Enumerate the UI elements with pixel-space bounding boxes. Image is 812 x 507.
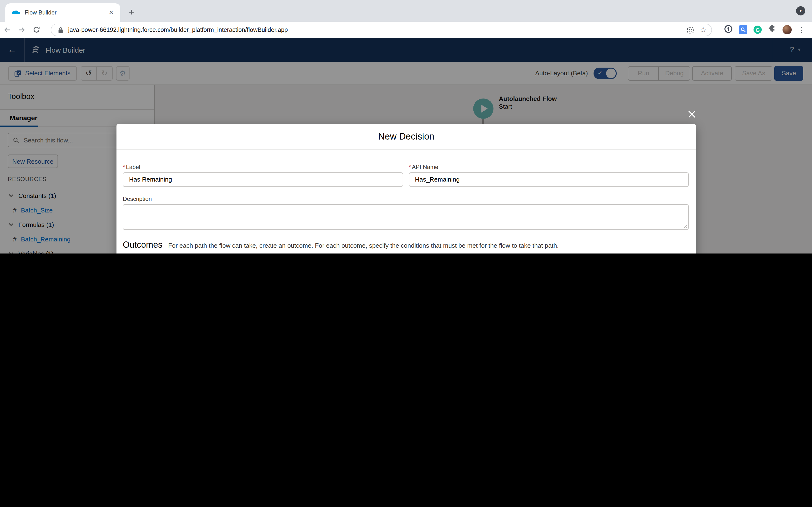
address-bar[interactable]: java-power-66192.lightning.force.com/bui… <box>51 24 712 36</box>
browser-address-row: java-power-66192.lightning.force.com/bui… <box>0 22 812 38</box>
back-icon[interactable] <box>0 26 14 34</box>
profile-avatar[interactable] <box>782 25 792 34</box>
browser-tab[interactable]: Flow Builder ✕ <box>5 3 120 22</box>
search-extension-icon[interactable] <box>739 25 747 34</box>
lock-icon <box>58 26 63 33</box>
modal-close-button[interactable] <box>687 109 697 119</box>
apps-grid-icon[interactable] <box>687 26 694 34</box>
description-textarea[interactable] <box>123 204 689 230</box>
required-asterisk: * <box>409 163 411 170</box>
browser-menu-icon[interactable]: ⋮ <box>798 25 805 34</box>
forward-icon[interactable] <box>14 26 29 34</box>
api-name-field-label: *API Name <box>409 163 689 170</box>
extensions-row: G ⋮ <box>724 22 812 38</box>
outcomes-heading: Outcomes <box>123 240 162 250</box>
tab-close-icon[interactable]: ✕ <box>107 8 115 17</box>
new-tab-icon[interactable]: + <box>125 5 138 19</box>
browser-tab-strip: Flow Builder ✕ + ▼ <box>0 0 812 22</box>
extensions-puzzle-icon[interactable] <box>768 24 776 35</box>
modal-header: New Decision <box>116 124 696 150</box>
api-name-field[interactable] <box>409 172 689 187</box>
resize-handle[interactable] <box>683 224 687 228</box>
label-field-label: *Label <box>123 163 403 170</box>
grammarly-extension-icon[interactable]: G <box>754 25 762 34</box>
url-text: java-power-66192.lightning.force.com/bui… <box>68 26 681 33</box>
outcomes-description: For each path the flow can take, create … <box>168 242 559 249</box>
label-field[interactable] <box>123 172 403 187</box>
onepassword-extension-icon[interactable] <box>724 24 733 35</box>
modal-title: New Decision <box>378 131 434 142</box>
required-asterisk: * <box>123 163 125 170</box>
close-icon <box>688 110 696 118</box>
new-decision-modal: New Decision *Label *API Name Descriptio… <box>116 124 696 253</box>
screen: Flow Builder ✕ + ▼ java-power-66192.ligh… <box>0 0 812 253</box>
tab-title: Flow Builder <box>24 9 107 16</box>
modal-body: *Label *API Name Description Outcomes Fo… <box>116 150 696 253</box>
description-label: Description <box>123 195 689 202</box>
salesforce-favicon-icon <box>12 10 20 15</box>
tab-search-icon[interactable]: ▼ <box>796 6 805 15</box>
reload-icon[interactable] <box>29 26 44 33</box>
bookmark-star-icon[interactable]: ☆ <box>700 26 707 34</box>
